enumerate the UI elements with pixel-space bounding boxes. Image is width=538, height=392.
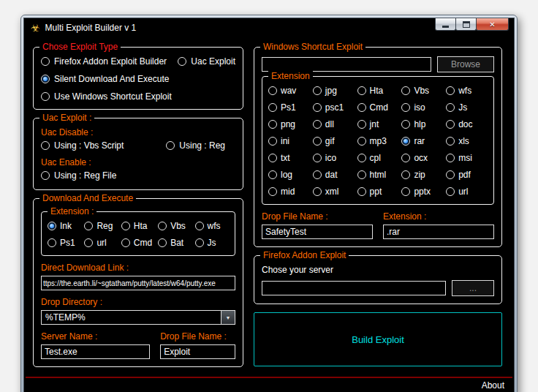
left-column: Chose Exploit Type Firefox Addon Exploit… [33, 47, 243, 375]
radio-extension-option[interactable]: url [446, 186, 488, 197]
radio-icon [121, 238, 130, 247]
radio-label: pptx [414, 186, 431, 197]
radio-extension-option[interactable]: wav [268, 86, 310, 96]
radio-extension-option[interactable]: iso [401, 102, 443, 113]
radio-extension-option[interactable]: xls [446, 136, 488, 146]
radio-icon [166, 141, 175, 150]
radio-label: zip [414, 170, 425, 180]
radio-extension-option[interactable]: hlp [401, 119, 443, 129]
radio-icon [313, 120, 322, 129]
radio-extension-option[interactable]: url [84, 238, 118, 248]
radio-extension-option[interactable]: cpl [357, 153, 399, 163]
server-name-input[interactable] [41, 344, 150, 359]
radio-icon [41, 171, 50, 180]
more-button[interactable]: ... [452, 280, 494, 296]
radio-extension-option[interactable]: ico [313, 153, 355, 163]
option-row: Silent Download And Execute [41, 74, 235, 84]
drop-directory-select[interactable]: %TEMP% ▼ [41, 310, 235, 325]
build-exploit-button[interactable]: Build Exploit [254, 312, 502, 366]
firefox-server-row: ... [262, 280, 494, 296]
radio-extension-option[interactable]: Js [195, 238, 229, 248]
group-title: Firefox Addon Exploit [260, 250, 349, 260]
radio-extension-option[interactable]: Reg [84, 221, 118, 231]
shortcut-drop-file-input[interactable] [262, 225, 373, 239]
radio-extension-option[interactable]: mid [268, 186, 310, 197]
radio-label: dll [325, 119, 334, 129]
radio-using-reg[interactable]: Using : Reg [166, 140, 225, 151]
shortcut-drop-file-label: Drop File Name : [262, 211, 373, 222]
radio-extension-option[interactable]: jpg [313, 86, 355, 96]
chevron-down-icon[interactable]: ▼ [221, 311, 235, 324]
radio-extension-option[interactable]: Cmd [121, 238, 155, 248]
radio-extension-option[interactable]: html [357, 170, 399, 180]
radio-extension-option[interactable]: pptx [401, 186, 443, 197]
radio-use-windows-shortcut-exploit[interactable]: Use Windows Shortcut Exploit [41, 91, 172, 102]
radio-extension-option[interactable]: log [268, 170, 310, 180]
radio-icon [195, 222, 204, 230]
radio-extension-option[interactable]: txt [268, 153, 310, 163]
shortcut-drop-file-field-group: Drop File Name : [262, 205, 373, 239]
radio-extension-option[interactable]: dat [313, 170, 355, 180]
group-extension-shortcut: Extension wav jpg [262, 76, 494, 205]
radio-extension-option[interactable]: Vbs [158, 221, 192, 231]
radio-label: html [370, 170, 387, 180]
radio-extension-option[interactable]: psc1 [313, 102, 355, 113]
radio-extension-option[interactable]: dll [313, 119, 355, 129]
radio-extension-option[interactable]: png [268, 119, 310, 129]
radio-extension-option[interactable]: doc [446, 119, 488, 129]
firefox-server-input[interactable] [262, 281, 446, 295]
direct-download-link-input[interactable] [41, 276, 235, 290]
radio-extension-option[interactable]: jnt [357, 119, 399, 129]
radio-extension-option[interactable]: ppt [357, 186, 399, 197]
radio-icon [401, 120, 410, 129]
about-link[interactable]: About [24, 378, 514, 392]
radio-label: Js [458, 102, 467, 113]
group-windows-shortcut-exploit: Windows Shortcut Exploit Browse Extensio… [254, 47, 502, 247]
radio-icon [41, 75, 50, 83]
radio-extension-option[interactable]: wfs [446, 86, 488, 96]
radio-extension-option[interactable]: Hta [357, 86, 399, 96]
shortcut-name-fields-row: Drop File Name : Extension : [262, 205, 494, 239]
close-button[interactable]: ✕ [476, 18, 509, 31]
radio-silent-download-and-execute[interactable]: Silent Download And Execute [41, 74, 169, 84]
browse-button[interactable]: Browse [437, 56, 494, 72]
radio-extension-option[interactable]: Ps1 [48, 238, 81, 248]
shortcut-extension-input[interactable] [383, 225, 494, 239]
radio-extension-option[interactable]: Js [446, 102, 488, 113]
radio-label: mp3 [370, 136, 387, 146]
radio-using-vbs-script[interactable]: Using : Vbs Script [41, 140, 124, 151]
radio-extension-option[interactable]: mp3 [357, 136, 399, 146]
radio-extension-option[interactable]: Vbs [401, 86, 443, 96]
radio-extension-option[interactable]: gif [313, 136, 355, 146]
minimize-button[interactable] [435, 18, 456, 31]
maximize-icon [463, 21, 470, 28]
radio-extension-option[interactable]: Ps1 [268, 102, 310, 113]
radio-icon [84, 222, 93, 230]
radio-using-reg-file[interactable]: Using : Reg File [41, 170, 116, 181]
radio-icon [84, 238, 93, 247]
shortcut-file-input[interactable] [262, 57, 431, 72]
radio-extension-option[interactable]: wfs [195, 221, 229, 231]
radio-extension-option[interactable]: pdf [446, 170, 488, 180]
radio-firefox-addon-exploit-builder[interactable]: Firefox Addon Exploit Builder [41, 56, 167, 67]
radio-extension-option[interactable]: ocx [401, 153, 443, 163]
radio-uac-exploit[interactable]: Uac Exploit [178, 56, 235, 67]
radio-extension-option[interactable]: zip [401, 170, 443, 180]
radio-extension-option[interactable]: Bat [158, 238, 192, 248]
radio-extension-option[interactable]: ini [268, 136, 310, 146]
maximize-button[interactable] [455, 18, 477, 31]
radio-extension-option[interactable]: xml [313, 186, 355, 197]
drop-file-name-input[interactable] [160, 344, 235, 359]
option-row: Use Windows Shortcut Exploit [41, 91, 235, 102]
radio-extension-option[interactable]: Cmd [357, 102, 399, 113]
radio-label: Reg [96, 221, 113, 231]
radio-extension-option[interactable]: Ink [48, 221, 81, 231]
uac-disable-label: Uac Disable : [41, 127, 235, 137]
radio-extension-option[interactable]: Hta [121, 221, 155, 231]
shortcut-extension-label: Extension : [383, 211, 494, 222]
radio-label: Hta [134, 221, 148, 231]
radio-extension-option[interactable]: msi [446, 153, 488, 163]
extension-grid: Ink Reg Hta Vbs [48, 221, 229, 248]
radio-extension-option[interactable]: rar [401, 136, 443, 146]
radio-icon [446, 170, 455, 179]
